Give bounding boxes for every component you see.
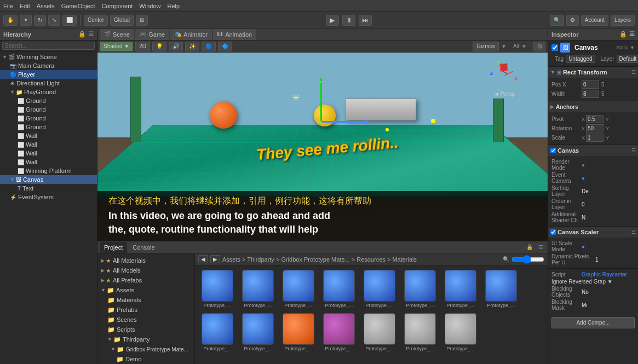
project-item-all-models[interactable]: ▶ ★ All Models (100, 265, 192, 275)
light-button[interactable]: 💡 (152, 42, 166, 51)
canvas-component-menu[interactable]: ☰ (631, 148, 636, 153)
menu-file[interactable]: File (3, 3, 13, 9)
assets-forward-button[interactable]: ▶ (210, 255, 220, 263)
canvas-component-header[interactable]: Canvas ☰ (548, 145, 638, 156)
project-item-gridbox[interactable]: ▼ 📁 Gridbox Prototype Mate... (100, 344, 192, 354)
project-item-all-prefabs[interactable]: ▶ ★ All Prefabs (100, 275, 192, 285)
project-item-scripts[interactable]: 📁 Scripts (100, 325, 192, 334)
rect-transform-menu[interactable]: ☰ (631, 70, 636, 75)
hierarchy-menu-icon[interactable]: ☰ (88, 31, 94, 38)
play-button[interactable]: ▶ (326, 15, 339, 26)
tab-project[interactable]: Project (100, 242, 127, 253)
scale-tool[interactable]: ⤡ (48, 15, 60, 26)
pos-x-input[interactable] (582, 80, 599, 89)
pause-button[interactable]: ⏸ (342, 15, 355, 26)
asset-item-2[interactable]: Prototype_... (239, 269, 277, 310)
assets-zoom-slider[interactable] (511, 255, 544, 264)
scene-icon2[interactable]: 🔷 (218, 42, 232, 51)
hierarchy-item-player[interactable]: 🔵 Player (0, 70, 97, 79)
hierarchy-item-canvas[interactable]: ▼ 🖼 Canvas (0, 175, 97, 184)
project-item-materials[interactable]: 📁 Materials (100, 295, 192, 305)
menu-assets[interactable]: Assets (37, 3, 55, 9)
hierarchy-item-wall4[interactable]: ⬜ Wall (0, 158, 97, 166)
event-camera-value[interactable]: ● (582, 175, 585, 181)
maximize-button[interactable]: ⊡ (533, 42, 545, 51)
hierarchy-search[interactable] (2, 42, 95, 50)
project-item-scenes[interactable]: 📁 Scenes (100, 315, 192, 325)
menu-edit[interactable]: Edit (20, 3, 30, 9)
asset-item-14[interactable]: Prototype_... (401, 312, 439, 353)
2d-button[interactable]: 2D (135, 42, 150, 51)
move-tool[interactable]: ✦ (20, 15, 32, 26)
rect-transform-header[interactable]: ▼ ⊞ Rect Transform ☰ (548, 67, 638, 78)
hierarchy-item-ground4[interactable]: ⬜ Ground (0, 123, 97, 131)
canvas-checkbox[interactable] (550, 148, 556, 153)
audio-button[interactable]: 🔊 (169, 42, 183, 51)
assets-back-button[interactable]: ◀ (198, 255, 208, 263)
layer-value[interactable]: Default (617, 55, 638, 63)
canvas-scaler-header[interactable]: Canvas Scaler ☰ (548, 227, 638, 238)
hierarchy-item-playground[interactable]: ▼ 📁 PlayGround (0, 88, 97, 96)
asset-item-1[interactable]: Prototype_... (198, 269, 237, 310)
grid-button[interactable]: ⊞ (136, 15, 148, 26)
rotate-tool[interactable]: ↻ (34, 15, 46, 26)
script-value[interactable]: Graphic Raycaster (582, 271, 627, 278)
project-item-thirdparty[interactable]: ▼ 📁 Thirdparty (100, 334, 192, 344)
hierarchy-item-main-camera[interactable]: 📷 Main Camera (0, 61, 97, 70)
shaded-button[interactable]: Shaded ▼ (100, 42, 133, 51)
project-item-demo[interactable]: 📁 Demo (100, 354, 192, 364)
hierarchy-item-directional-light[interactable]: ☀ Directional Light (0, 79, 97, 88)
global-button[interactable]: Global (110, 15, 134, 26)
asset-item-4[interactable]: Prototype_... (320, 269, 358, 310)
layers-button[interactable]: Layers (611, 15, 635, 26)
settings-button[interactable]: ⚙ (566, 15, 579, 26)
rect-tool[interactable]: ⬜ (62, 15, 77, 26)
asset-item-9[interactable]: Prototype_... (198, 312, 237, 353)
asset-item-15[interactable]: Prototype_... (441, 312, 480, 353)
menu-window[interactable]: Window (139, 3, 160, 9)
tab-game[interactable]: 🎮 Game (135, 29, 169, 40)
hierarchy-item-ground1[interactable]: ⬜ Ground (0, 96, 97, 105)
pivot-x-input[interactable] (586, 115, 603, 123)
render-mode-value[interactable]: ● (582, 162, 585, 168)
menu-help[interactable]: Help (167, 3, 180, 9)
asset-item-7[interactable]: Prototype_... (441, 269, 480, 310)
asset-item-11[interactable]: Prototype_... (279, 312, 318, 353)
canvas-scaler-checkbox[interactable] (550, 229, 556, 235)
asset-item-10[interactable]: Prototype_... (239, 312, 277, 353)
hierarchy-item-ground2[interactable]: ⬜ Ground (0, 105, 97, 114)
project-item-assets[interactable]: ▼ 📁 Assets (100, 285, 192, 295)
tab-animator[interactable]: 🎭 Animator (170, 29, 212, 40)
hierarchy-item-wall3[interactable]: ⬜ Wall (0, 149, 97, 158)
tab-scene[interactable]: 🎬 Scene (100, 29, 134, 40)
menu-component[interactable]: Component (101, 3, 133, 9)
anchors-header[interactable]: ▶ Anchors (548, 101, 638, 112)
scene-viewport[interactable]: They see me rollin.. ✳ x (97, 53, 548, 241)
scene-orientation-gizmo[interactable]: x y z (490, 59, 518, 86)
rotation-x-input[interactable] (586, 124, 603, 132)
hierarchy-item-wall2[interactable]: ⬜ Wall (0, 140, 97, 149)
scene-icon1[interactable]: 🔵 (202, 42, 216, 51)
ui-scale-value[interactable]: ● (582, 244, 585, 250)
asset-item-3[interactable]: Prototype_... (279, 269, 318, 310)
hierarchy-item-ground3[interactable]: ⬜ Ground (0, 114, 97, 123)
width-input[interactable] (582, 90, 599, 98)
project-item-prefabs[interactable]: 📁 Prefabs (100, 305, 192, 315)
hierarchy-item-wall1[interactable]: ⬜ Wall (0, 131, 97, 140)
inspector-lock-icon[interactable]: 🔒 (619, 31, 627, 38)
asset-item-13[interactable]: Prototype_... (360, 312, 399, 353)
canvas-scaler-menu[interactable]: ☰ (631, 229, 636, 235)
fx-button[interactable]: ✨ (185, 42, 199, 51)
bottom-panel-lock[interactable]: 🔒 (524, 244, 535, 250)
hierarchy-item-eventsystem[interactable]: ⚡ EventSystem (0, 193, 97, 201)
hierarchy-item-winning-platform[interactable]: ⬜ Winning Platform (0, 166, 97, 175)
add-component-button[interactable]: Add Compo... (551, 317, 635, 328)
gizmos-button[interactable]: Gizmos (473, 42, 499, 51)
tab-console[interactable]: Console (128, 242, 159, 253)
asset-item-5[interactable]: Prototype_... (360, 269, 399, 310)
bottom-panel-menu[interactable]: ☰ (536, 244, 545, 250)
search-button[interactable]: 🔍 (550, 15, 564, 26)
tag-value[interactable]: Untagged (566, 55, 595, 63)
project-item-all-materials[interactable]: ▶ ★ All Materials (100, 256, 192, 265)
asset-item-12[interactable]: Prototype_... (320, 312, 358, 353)
